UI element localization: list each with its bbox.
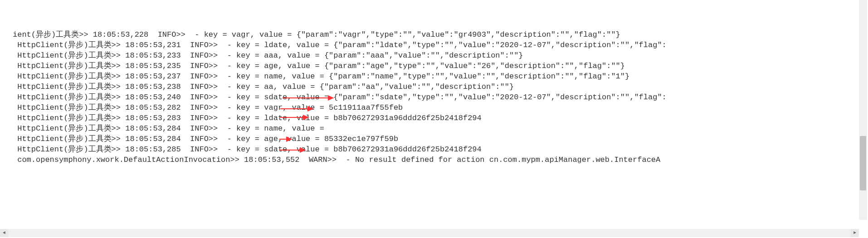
log-line: HttpClient(异步)工具类>> 18:05:53,240 INFO>> … xyxy=(13,92,868,102)
log-output[interactable]: ient(异步)工具类>> 18:05:53,228 INFO>> - key … xyxy=(13,29,868,220)
log-line: HttpClient(异步)工具类>> 18:05:53,231 INFO>> … xyxy=(13,40,868,50)
scroll-right-button[interactable]: ► xyxy=(851,229,859,237)
log-line: HttpClient(异步)工具类>> 18:05:53,284 INFO>> … xyxy=(13,134,868,144)
log-line: HttpClient(异步)工具类>> 18:05:53,283 INFO>> … xyxy=(13,113,868,123)
log-line: HttpClient(异步)工具类>> 18:05:53,238 INFO>> … xyxy=(13,82,868,92)
log-line: com.opensymphony.xwork.DefaultActionInvo… xyxy=(13,155,868,165)
vertical-scrollbar[interactable] xyxy=(859,0,867,220)
log-line: HttpClient(异步)工具类>> 18:05:53,282 INFO>> … xyxy=(13,102,868,113)
log-line: HttpClient(异步)工具类>> 18:05:53,285 INFO>> … xyxy=(13,144,868,155)
log-line: HttpClient(异步)工具类>> 18:05:53,237 INFO>> … xyxy=(13,71,868,82)
log-line: HttpClient(异步)工具类>> 18:05:53,233 INFO>> … xyxy=(13,50,868,61)
log-line: HttpClient(异步)工具类>> 18:05:53,284 INFO>> … xyxy=(13,123,868,134)
log-line: HttpClient(异步)工具类>> 18:05:53,235 INFO>> … xyxy=(13,61,868,71)
scrollbar-thumb[interactable] xyxy=(860,136,866,190)
horizontal-scrollbar[interactable]: ◄ ► xyxy=(0,229,859,237)
log-line: ient(异步)工具类>> 18:05:53,228 INFO>> - key … xyxy=(13,29,868,40)
scroll-left-button[interactable]: ◄ xyxy=(0,229,8,237)
